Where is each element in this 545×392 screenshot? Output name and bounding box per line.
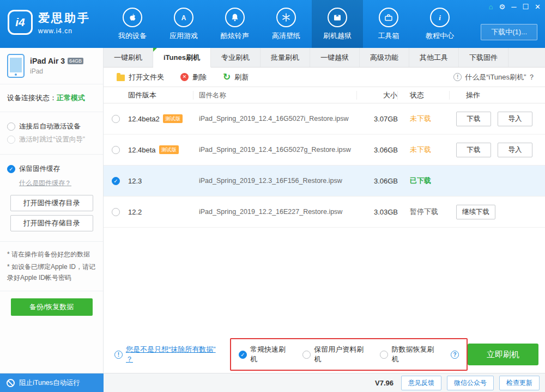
minimize-icon[interactable]: ─	[511, 3, 516, 11]
row-radio-checked[interactable]: ✓	[112, 177, 120, 185]
firmware-filename: iPad_Spring_2019_12.2_16E227_Restore.ips…	[193, 208, 357, 216]
erase-link-label: 您是不是只想“抹除所有数据” ？	[126, 345, 221, 364]
device-capacity-badge: 64GB	[68, 58, 83, 64]
nav-label: 应用游戏	[169, 31, 198, 41]
radio-checked-icon[interactable]: ✓	[239, 351, 247, 359]
app-title: 爱思助手	[38, 10, 90, 26]
delete-button[interactable]: ✕ 删除	[180, 72, 207, 82]
table-row[interactable]: 12.4beta2 测试版 iPad_Spring_2019_12.4_16G5…	[104, 103, 545, 134]
bell-icon	[225, 8, 245, 27]
backup-notes: * 请在操作前备份好您的数据 * 如设备已绑定Apple ID，请记录好Appl…	[0, 242, 103, 291]
firmware-size: 3.06GB	[357, 177, 398, 185]
tab-one-key-flash[interactable]: 一键刷机	[104, 48, 153, 67]
option-auto-activate[interactable]: 连接后自动激活设备	[7, 122, 96, 131]
mode-keep-user-data[interactable]: 保留用户资料刷机	[302, 345, 368, 364]
nav-my-devices[interactable]: 我的设备	[107, 0, 158, 48]
nav-label: 我的设备	[118, 31, 147, 41]
tab-pro-flash[interactable]: 专业刷机	[211, 48, 261, 67]
checkbox-checked-icon[interactable]: ✓	[7, 165, 15, 173]
note-text: * 如设备已绑定Apple ID，请记录好Apple ID帐号密码	[7, 262, 96, 284]
open-storage-dir-button[interactable]: 打开固件存储目录	[10, 215, 93, 231]
mode-normal-flash[interactable]: ✓ 常规快速刷机	[239, 345, 290, 364]
feedback-button[interactable]: 意见反馈	[401, 376, 441, 390]
nav-apps-games[interactable]: A 应用游戏	[158, 0, 209, 48]
row-radio[interactable]	[112, 146, 120, 154]
radio-icon[interactable]	[7, 122, 15, 131]
note-text: * 请在操作前备份好您的数据	[7, 249, 96, 260]
firmware-status: 暂停下载	[398, 207, 450, 217]
close-icon[interactable]: ✕	[535, 3, 541, 11]
app-header: i4 爱思助手 www.i4.cn 我的设备 A 应用游戏	[0, 0, 545, 48]
nav-wallpapers[interactable]: 高清壁纸	[261, 0, 312, 48]
maximize-icon[interactable]: ☐	[522, 3, 529, 11]
svg-text:A: A	[181, 14, 186, 21]
mode-label: 常规快速刷机	[250, 345, 290, 364]
backup-restore-button[interactable]: 备份/恢复数据	[11, 298, 93, 316]
tab-batch-flash[interactable]: 批量刷机	[261, 48, 310, 67]
table-row[interactable]: 12.2 iPad_Spring_2019_12.2_16E227_Restor…	[104, 197, 545, 228]
table-row[interactable]: 12.4beta 测试版 iPad_Spring_2019_12.4_16G50…	[104, 134, 545, 166]
nav-toolbox[interactable]: 工具箱	[363, 0, 414, 48]
question-icon[interactable]: ?	[451, 351, 459, 359]
erase-data-link[interactable]: ! 您是不是只想“抹除所有数据” ？	[114, 345, 221, 364]
resume-download-button[interactable]: 继续下载	[456, 205, 495, 219]
beta-badge: 测试版	[159, 145, 179, 154]
row-radio[interactable]	[112, 115, 120, 123]
itunes-flash-help-link[interactable]: ! 什么是“iTunes刷机” ？	[453, 72, 535, 82]
nav-flash-jailbreak[interactable]: 刷机越狱	[312, 0, 363, 48]
flash-mode-group: ✓ 常规快速刷机 保留用户资料刷机 防数据恢复刷机 ?	[230, 338, 468, 371]
open-cache-dir-button[interactable]: 打开固件缓存目录	[10, 195, 93, 211]
firmware-status: 已下载	[398, 176, 450, 186]
row-radio[interactable]	[112, 208, 120, 216]
statusbar-right: V7.96 意见反馈 微信公众号 检查更新	[375, 373, 540, 392]
option-keep-cache[interactable]: ✓ 保留固件缓存	[7, 164, 96, 174]
import-button[interactable]: 导入	[498, 112, 532, 126]
device-name: iPad Air 3	[30, 57, 65, 65]
nav-label: 工具箱	[378, 31, 399, 41]
nav-tutorials[interactable]: i 教程中心	[414, 0, 465, 48]
open-folder-button[interactable]: 打开文件夹	[117, 72, 164, 82]
status-label: 设备连接状态：	[7, 94, 57, 102]
tab-one-key-jailbreak[interactable]: 一键越狱	[310, 48, 360, 67]
radio-icon[interactable]	[302, 351, 311, 359]
table-row-selected[interactable]: ✓ 12.3 iPad_Spring_2019_12.3_16F156_Rest…	[104, 166, 545, 197]
wechat-button[interactable]: 微信公众号	[447, 376, 494, 390]
tab-advanced[interactable]: 高级功能	[360, 48, 409, 67]
firmware-size: 3.03GB	[357, 208, 398, 216]
firmware-cache-section: ✓ 保留固件缓存 什么是固件缓存？ 打开固件缓存目录 打开固件存储目录	[0, 155, 103, 242]
nav-ringtones[interactable]: 酷炫铃声	[209, 0, 261, 48]
nav-label: 教程中心	[426, 31, 454, 41]
app-version: V7.96	[375, 379, 393, 387]
header-version: 固件版本	[128, 91, 193, 100]
wallpaper-icon	[276, 8, 296, 27]
app-logo: i4 爱思助手 www.i4.cn	[8, 10, 90, 35]
flash-tabs: 一键刷机 iTunes刷机 专业刷机 批量刷机 一键越狱 高级功能 其他工具 下…	[104, 48, 545, 68]
firmware-toolbar: 打开文件夹 ✕ 删除 ↻ 刷新 ! 什么是“iTunes刷机” ？	[104, 68, 545, 87]
block-itunes-toggle[interactable]: 阻止iTunes自动运行	[0, 373, 104, 392]
tab-other-tools[interactable]: 其他工具	[409, 48, 459, 67]
download-button[interactable]: 下载	[456, 143, 491, 157]
header-size: 大小	[357, 91, 398, 100]
refresh-button[interactable]: ↻ 刷新	[223, 72, 249, 82]
mode-anti-recovery[interactable]: 防数据恢复刷机	[380, 345, 439, 364]
firmware-filename: iPad_Spring_2019_12.4_16G5027g_Restore.i…	[193, 146, 357, 154]
import-button[interactable]: 导入	[498, 143, 532, 157]
downloading-button[interactable]: 下载中(1)...	[481, 24, 537, 40]
toggle-label: 阻止iTunes自动运行	[19, 378, 80, 388]
flash-now-button[interactable]: 立即刷机	[468, 344, 538, 365]
radio-icon[interactable]	[380, 351, 388, 359]
option-label: 保留固件缓存	[19, 164, 60, 174]
tab-itunes-flash[interactable]: iTunes刷机	[153, 48, 211, 68]
status-bar: 阻止iTunes自动运行 V7.96 意见反馈 微信公众号 检查更新	[0, 373, 545, 392]
cache-help-link[interactable]: 什么是固件缓存？	[19, 179, 71, 188]
radio-icon[interactable]	[7, 136, 15, 144]
appstore-icon: A	[174, 8, 193, 27]
tab-download-firmware[interactable]: 下载固件	[459, 48, 508, 67]
gear-icon[interactable]: ⚙	[499, 3, 506, 11]
help-label: 什么是“iTunes刷机” ？	[465, 72, 535, 82]
download-button[interactable]: 下载	[456, 112, 491, 126]
check-update-button[interactable]: 检查更新	[499, 376, 540, 390]
exclamation-icon: !	[453, 73, 462, 81]
home-icon[interactable]: ⌂	[489, 3, 493, 11]
option-skip-setup[interactable]: 激活时跳过“设置向导”	[7, 135, 96, 144]
